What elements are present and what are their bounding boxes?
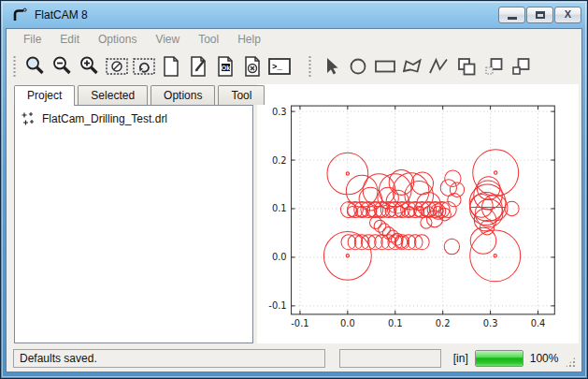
menu-options[interactable]: Options [89,30,146,49]
draw-polygon-button[interactable] [398,52,425,80]
clear-plot-button[interactable] [103,52,130,80]
shell-icon: >_ [267,55,292,78]
tab-project[interactable]: Project [14,85,75,106]
svg-text:-0.1: -0.1 [291,318,308,328]
new-blank-geometry-button[interactable] [157,52,184,80]
maximize-icon [536,11,545,19]
svg-text:0.2: 0.2 [272,154,287,165]
svg-text:-0.1: -0.1 [268,300,286,311]
close-button[interactable]: X [554,7,581,23]
progress-bar [475,350,523,367]
svg-text:>_: >_ [272,63,282,72]
minimize-icon [508,17,517,20]
update-ok-icon: Ok [214,55,237,78]
status-empty-panel [339,349,440,368]
draw-path-button[interactable] [425,52,452,80]
drill-object-icon [21,111,36,126]
zoom-in-icon [79,55,101,78]
tab-tool[interactable]: Tool [218,85,265,105]
window-title: FlatCAM 8 [35,8,88,22]
copy-paste-button[interactable] [480,52,507,80]
menu-help[interactable]: Help [228,30,270,49]
status-bar: Defaults saved. [in] 100% [7,346,581,372]
menu-view[interactable]: View [146,30,189,49]
tree-item-label: FlatCam_Drilling_Test.drl [42,112,167,125]
tab-selected[interactable]: Selected [78,85,148,105]
draw-circle-button[interactable] [344,52,371,80]
resize-grip-icon[interactable] [565,357,576,368]
client-area: File Edit Options View Tool Help [6,28,582,372]
edit-geometry-icon [187,55,209,78]
edit-geometry-button[interactable] [184,52,211,80]
plot-panel: -0.10.00.10.20.30.4-0.10.00.10.20.3 [257,84,579,343]
menu-file[interactable]: File [14,30,50,49]
toolbar-grip-2[interactable] [308,55,312,78]
tab-bar: Project Selected Options Tool [14,84,253,105]
zoom-fit-icon [24,55,47,78]
copy-geometry-button[interactable] [452,52,480,80]
project-tree-panel: FlatCam_Drilling_Test.drl [14,105,253,343]
svg-text:0.3: 0.3 [272,107,287,117]
progress-fill [476,351,523,366]
zoom-fit-button[interactable] [22,52,49,80]
draw-path-icon [427,55,452,78]
cancel-edit-button[interactable] [238,52,265,80]
svg-text:0.0: 0.0 [340,318,355,328]
replot-button[interactable] [130,52,157,80]
menu-tool[interactable]: Tool [189,30,228,49]
svg-text:0.2: 0.2 [436,318,451,328]
plot-canvas[interactable]: -0.10.00.10.20.30.4-0.10.00.10.20.3 [257,84,579,343]
tab-options[interactable]: Options [151,85,215,105]
minimize-button[interactable] [498,7,525,23]
progress-percent-label: 100% [530,352,559,365]
copy-geometry-icon [455,55,478,78]
zoom-out-button[interactable] [49,52,76,80]
new-file-icon [160,55,182,78]
menu-bar: File Edit Options View Tool Help [7,29,581,50]
close-icon: X [565,9,571,20]
status-message-panel: Defaults saved. [13,349,325,368]
svg-text:0.1: 0.1 [272,203,287,213]
units-label: [in] [453,352,468,365]
maximize-button[interactable] [526,7,553,23]
main-content: Project Selected Options Tool FlatCam_Dr… [7,83,581,346]
select-tool-button[interactable] [317,52,344,80]
update-geometry-ok-button[interactable]: Ok [211,52,238,80]
draw-circle-icon [347,55,369,78]
zoom-out-icon [51,55,74,78]
buffer-geometry-button[interactable] [507,52,534,80]
svg-text:0.4: 0.4 [531,318,546,328]
title-bar[interactable]: FlatCAM 8 X [1,1,587,28]
draw-rectangle-button[interactable] [371,52,398,80]
svg-text:Ok: Ok [221,65,229,71]
draw-rectangle-icon [373,55,397,78]
flatcam-logo-icon [11,7,28,23]
svg-text:0.0: 0.0 [272,252,287,262]
cancel-edit-icon [241,55,264,78]
tree-item-drill-object[interactable]: FlatCam_Drilling_Test.drl [15,106,252,128]
buffer-geometry-icon [509,55,532,78]
replot-icon [132,55,156,78]
flatcam-window: FlatCAM 8 X File Edit Options View Tool … [0,0,588,379]
shell-button[interactable]: >_ [265,52,293,80]
copy-paste-icon [482,55,505,78]
status-message: Defaults saved. [20,352,97,365]
toolbar-grip[interactable] [12,55,17,78]
toolbar: Ok >_ [7,50,581,83]
select-pointer-icon [320,55,342,78]
menu-edit[interactable]: Edit [50,30,89,49]
svg-text:0.3: 0.3 [483,318,498,328]
zoom-in-button[interactable] [76,52,103,80]
draw-polygon-icon [400,55,424,78]
svg-text:0.1: 0.1 [388,318,403,328]
clear-plot-icon [105,55,129,78]
